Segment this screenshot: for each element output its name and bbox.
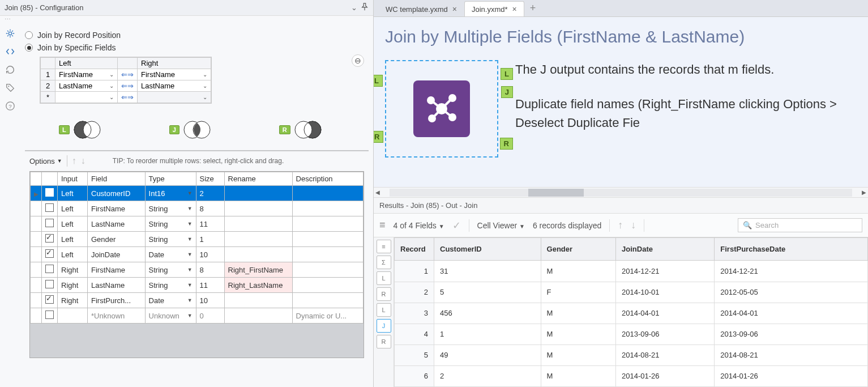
cell-size[interactable]: 8 [196, 262, 224, 278]
col-field[interactable]: Field [88, 172, 146, 186]
checkbox[interactable] [45, 188, 54, 197]
cell-rename[interactable] [224, 186, 292, 201]
anchor-j-out[interactable]: J [501, 86, 513, 98]
col-gender[interactable]: Gender [541, 238, 615, 261]
field-row[interactable]: *Unknown Unknown▼ 0 Dynamic or U... [31, 308, 364, 324]
field-row[interactable]: ▶ Left CustomerID Int16▼ 2 [31, 186, 364, 201]
left-field-dropdown[interactable]: LastName⌄ [55, 80, 118, 92]
cell-type[interactable]: String▼ [145, 262, 196, 278]
swap-icon[interactable]: ⇐⇒ [118, 69, 138, 80]
cell-desc[interactable] [292, 232, 363, 247]
cell-type[interactable]: String▼ [145, 278, 196, 293]
drag-handle[interactable]: ⋯ [0, 16, 373, 26]
results-row[interactable]: 5 49 M 2014-08-21 2014-08-21 [395, 345, 868, 365]
checkbox[interactable] [45, 280, 54, 288]
checkbox[interactable] [45, 203, 54, 212]
results-row[interactable]: 1 31 M 2014-12-21 2014-12-21 [395, 261, 868, 282]
right-field-dropdown[interactable]: FirstName⌄ [138, 69, 211, 80]
refresh-icon[interactable] [5, 65, 15, 77]
cell-rename[interactable] [224, 247, 292, 262]
left-field-dropdown[interactable]: FirstName⌄ [55, 69, 118, 80]
anchor-l-in[interactable]: L [374, 75, 383, 87]
cell-desc[interactable] [292, 278, 363, 293]
rs-btn-j-out[interactable]: J [377, 319, 391, 333]
nav-down-icon[interactable]: ↓ [631, 219, 636, 231]
venn-right[interactable]: R [279, 120, 322, 140]
search-input[interactable]: 🔍 Search [738, 218, 862, 232]
cell-size[interactable]: 0 [196, 308, 224, 324]
scroll-right-icon[interactable]: ▶ [860, 189, 868, 195]
cell-type[interactable]: String▼ [145, 201, 196, 216]
cell-rename[interactable] [224, 216, 292, 232]
cell-type[interactable]: String▼ [145, 232, 196, 247]
move-down-icon[interactable]: ↓ [81, 156, 85, 166]
cell-viewer-dropdown[interactable]: Cell Viewer ▼ [477, 221, 525, 230]
cell-desc[interactable] [292, 186, 363, 201]
field-row[interactable]: Right LastName String▼ 11 Right_LastName [31, 278, 364, 293]
field-row[interactable]: Left Gender String▼ 1 [31, 232, 364, 247]
col-size[interactable]: Size [196, 172, 224, 186]
col-record[interactable]: Record [395, 238, 434, 261]
checkbox[interactable] [45, 249, 54, 258]
cell-rename[interactable]: Right_LastName [224, 278, 292, 293]
collapse-dropdown-icon[interactable]: ⌄ [351, 3, 357, 12]
cell-desc[interactable]: Dynamic or U... [292, 308, 363, 324]
results-row[interactable]: 3 456 M 2014-04-01 2014-04-01 [395, 303, 868, 324]
rs-btn-l-out[interactable]: L [377, 303, 391, 317]
left-field-dropdown[interactable]: ⌄ [55, 92, 118, 103]
col-firstpurchase[interactable]: FirstPurchaseDate [715, 238, 868, 261]
join-tool-node[interactable]: L R L J R [385, 60, 498, 158]
cell-size[interactable]: 10 [196, 293, 224, 308]
anchor-r-in[interactable]: R [374, 131, 383, 143]
canvas[interactable]: Join by Multiple Fields (FirstName & Las… [374, 17, 868, 187]
rs-btn-r[interactable]: R [377, 287, 391, 301]
right-field-dropdown[interactable]: ⌄ [138, 92, 211, 103]
anchor-r-out[interactable]: R [500, 138, 513, 150]
cell-rename[interactable]: Right_FirstName [224, 262, 292, 278]
swap-icon[interactable]: ⇐⇒ [118, 92, 138, 103]
rs-btn-r-out[interactable]: R [377, 335, 391, 348]
code-icon[interactable] [5, 46, 15, 59]
col-rename[interactable]: Rename [224, 172, 292, 186]
move-up-icon[interactable]: ↑ [72, 156, 76, 166]
close-icon[interactable]: × [512, 5, 517, 14]
col-desc[interactable]: Description [292, 172, 363, 186]
help-icon[interactable]: ? [5, 101, 15, 113]
results-row[interactable]: 2 5 F 2014-10-01 2012-05-05 [395, 282, 868, 303]
col-joindate[interactable]: JoinDate [616, 238, 715, 261]
cell-desc[interactable] [292, 216, 363, 232]
nav-up-icon[interactable]: ↑ [618, 219, 623, 231]
scroll-left-icon[interactable]: ◀ [374, 189, 382, 195]
check-icon[interactable]: ✓ [452, 219, 461, 232]
checkbox[interactable] [45, 295, 54, 304]
anchor-l-out[interactable]: L [501, 68, 513, 80]
cell-size[interactable]: 1 [196, 232, 224, 247]
close-icon[interactable]: × [452, 5, 457, 14]
cell-type[interactable]: Int16▼ [145, 186, 196, 201]
cell-desc[interactable] [292, 293, 363, 308]
cell-size[interactable]: 11 [196, 216, 224, 232]
radio-specific-fields[interactable]: Join by Specific Fields [25, 43, 369, 52]
cell-size[interactable]: 10 [196, 247, 224, 262]
rs-btn-list[interactable]: ≡ [377, 240, 391, 253]
list-icon[interactable]: ≡ [379, 219, 386, 231]
cell-size[interactable]: 8 [196, 201, 224, 216]
collapse-section-icon[interactable]: ⊖ [352, 54, 364, 67]
swap-icon[interactable]: ⇐⇒ [118, 80, 138, 92]
venn-left[interactable]: L [59, 120, 101, 140]
cell-rename[interactable] [224, 308, 292, 324]
cell-rename[interactable] [224, 201, 292, 216]
col-input[interactable]: Input [58, 172, 88, 186]
checkbox[interactable] [45, 311, 54, 319]
field-row[interactable]: Right FirstPurch... Date▼ 10 [31, 293, 364, 308]
cell-desc[interactable] [292, 201, 363, 216]
field-row[interactable]: Right FirstName String▼ 8 Right_FirstNam… [31, 262, 364, 278]
col-customerid[interactable]: CustomerID [434, 238, 541, 261]
right-field-dropdown[interactable]: LastName⌄ [138, 80, 211, 92]
col-type[interactable]: Type [145, 172, 196, 186]
tag-icon[interactable] [5, 83, 15, 95]
results-row[interactable]: 4 1 M 2013-09-06 2013-09-06 [395, 324, 868, 345]
checkbox[interactable] [45, 234, 54, 243]
tab-wc-template[interactable]: WC template.yxmd × [378, 1, 464, 16]
cell-type[interactable]: Unknown▼ [145, 308, 196, 324]
